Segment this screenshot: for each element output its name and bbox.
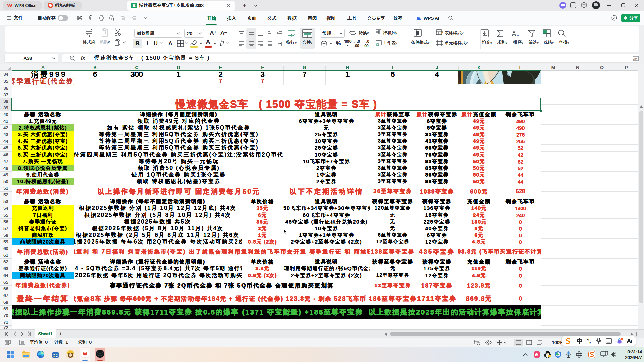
svg-text:fx: fx bbox=[634, 57, 637, 61]
